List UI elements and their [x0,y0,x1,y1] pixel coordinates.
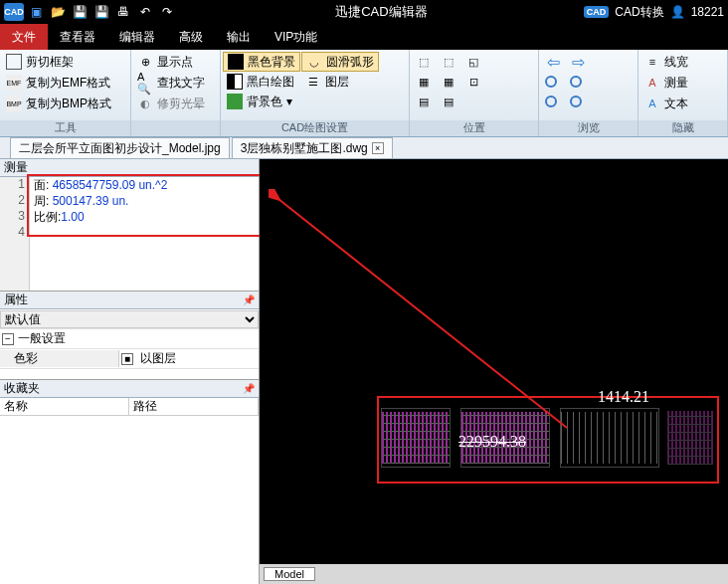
measure-label: 测量 [664,75,688,92]
showpt-label: 显示点 [157,54,193,71]
bg-color-button[interactable]: 背景色▾ [223,92,300,111]
blackbg-label: 黑色背景 [248,54,295,71]
general-label: 一般设置 [14,330,66,347]
pin-icon-2[interactable]: 📌 [239,383,259,394]
tab-editor[interactable]: 编辑器 [107,24,167,50]
pos-btn-3[interactable]: ▤ [412,92,436,111]
tab-file[interactable]: 文件 [0,24,48,50]
app-icon: CAD [4,3,24,21]
group-tools-label: 工具 [0,120,130,136]
color-checkbox[interactable]: ■ [121,353,133,365]
cad-convert-button[interactable]: CAD转换 [615,4,663,21]
arc-label: 圆滑弧形 [326,54,374,71]
properties-panel: 属性📌 默认值 −一般设置 色彩 ■以图层 [0,292,259,380]
open-icon[interactable]: 📂 [48,3,68,21]
undo-icon[interactable]: ↶ [135,3,155,21]
measure-title: 测量 [0,159,259,177]
close-tab-icon[interactable]: × [372,142,384,154]
default-select[interactable]: 默认值 [0,310,259,328]
tab-output[interactable]: 输出 [215,24,263,50]
text-button[interactable]: A文本 [640,94,692,113]
show-points-button[interactable]: ⊕显示点 [133,52,209,72]
workspace: 测量 1234 面: 4658547759.09 un.^2 周: 500147… [0,159,728,584]
pos-btn-1[interactable]: ⬚ [412,52,436,72]
smooth-arc-button[interactable]: ◡圆滑弧形 [301,52,379,72]
zoom-window[interactable] [566,92,590,111]
tree-toggle[interactable]: − [2,333,14,345]
group-pos-label: 位置 [410,120,538,136]
pos-btn-2[interactable]: ▦ [412,72,436,92]
trim-label: 修剪光晕 [157,96,205,112]
saveas-icon[interactable]: 💾 [91,3,111,21]
copy-emf-button[interactable]: EMF复制为EMF格式 [2,73,115,93]
doc-tab-1[interactable]: 二层会所平立面图初步设计_Model.jpg [10,137,230,158]
user-id: 18221 [691,5,724,19]
pos-btn-6[interactable]: ▤ [437,92,460,111]
line-gutter: 1234 [0,177,30,291]
group-hidden-label: 隐藏 [638,120,727,136]
bw-draw-button[interactable]: 黑白绘图 [223,72,300,92]
print-icon[interactable]: 🖶 [113,3,133,21]
measure-panel: 测量 1234 面: 4658547759.09 un.^2 周: 500147… [0,159,259,292]
fav-title: 收藏夹📌 [0,380,259,398]
dim-text-2: 229594.38 [458,433,526,451]
drawing-canvas[interactable]: 1414.21 229594.38 [260,159,728,564]
emf-label: 复制为EMF格式 [26,75,110,92]
linewidth-button[interactable]: ≡线宽 [640,52,692,72]
pos-btn-7[interactable]: ◱ [461,52,485,72]
color-label: 色彩 [0,350,119,367]
bylayer-label: 以图层 [140,350,176,367]
favorites-panel: 收藏夹📌 名称 路径 [0,380,259,584]
save-icon[interactable]: 💾 [70,3,90,21]
layers-label: 图层 [325,74,349,91]
col-path[interactable]: 路径 [129,398,259,415]
bmp-label: 复制为BMP格式 [26,96,111,112]
title-bar: CAD ▣ 📂 💾 💾 🖶 ↶ ↷ 迅捷CAD编辑器 CAD CAD转换 👤 1… [0,0,728,24]
bgcolor-label: 背景色 [247,94,282,110]
ribbon: 剪切框架 EMF复制为EMF格式 BMP复制为BMP格式 工具 ⊕显示点 A🔍查… [0,50,728,137]
doc-tab-2[interactable]: 3层独栋别墅施工图.dwg× [232,137,393,158]
pos-btn-4[interactable]: ⬚ [437,52,460,72]
text-label: 文本 [664,96,688,112]
app-title: 迅捷CAD编辑器 [179,3,584,21]
tab-vip[interactable]: VIP功能 [263,24,329,50]
group-cad-label: CAD绘图设置 [221,120,409,136]
pos-btn-5[interactable]: ▦ [437,72,460,92]
fav-columns: 名称 路径 [0,398,259,416]
cad-badge: CAD [584,6,610,18]
tab-advanced[interactable]: 高级 [167,24,215,50]
nav-right[interactable]: ⇨ [566,52,590,72]
menu-bar: 文件 查看器 编辑器 高级 输出 VIP功能 [0,24,728,50]
lw-label: 线宽 [664,54,688,71]
redo-icon[interactable]: ↷ [157,3,177,21]
props-title: 属性📌 [0,292,259,309]
zoom-in[interactable] [541,72,565,92]
find-text-button[interactable]: A🔍查找文字 [133,73,209,93]
user-icon[interactable]: 👤 [670,5,685,19]
trim-halo-button[interactable]: ◐修剪光晕 [133,94,209,113]
bw-label: 黑白绘图 [247,74,294,91]
nav-left[interactable]: ⇦ [541,52,565,72]
measure-button[interactable]: A测量 [640,73,692,93]
model-tab-bar: Model [260,564,728,584]
new-icon[interactable]: ▣ [26,3,46,21]
crop-frame-button[interactable]: 剪切框架 [2,52,115,72]
doc-tab-1-label: 二层会所平立面图初步设计_Model.jpg [19,140,221,157]
pos-btn-8[interactable]: ⊡ [461,72,485,92]
col-name[interactable]: 名称 [0,398,129,415]
document-tabs: 二层会所平立面图初步设计_Model.jpg 3层独栋别墅施工图.dwg× [0,137,728,159]
pin-icon[interactable]: 📌 [239,294,259,305]
fav-list [0,416,259,584]
zoom-out[interactable] [566,72,590,92]
doc-tab-2-label: 3层独栋别墅施工图.dwg [241,140,368,157]
model-tab[interactable]: Model [264,567,315,581]
zoom-fit[interactable] [541,92,565,111]
layers-button[interactable]: ☰图层 [301,72,379,92]
copy-bmp-button[interactable]: BMP复制为BMP格式 [2,94,115,113]
black-bg-button[interactable]: 黑色背景 [223,52,300,72]
dim-text-1: 1414.21 [598,388,649,406]
left-panel: 测量 1234 面: 4658547759.09 un.^2 周: 500147… [0,159,260,584]
tab-viewer[interactable]: 查看器 [48,24,107,50]
measure-output: 面: 4658547759.09 un.^2 周: 500147.39 un. … [30,177,259,291]
findtext-label: 查找文字 [157,75,205,92]
